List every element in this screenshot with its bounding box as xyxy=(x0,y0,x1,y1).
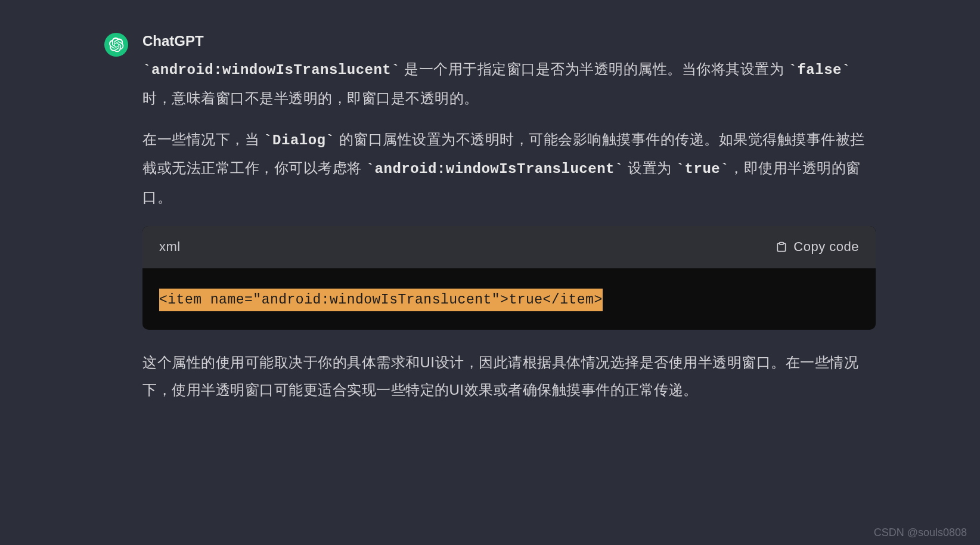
message-body: `android:windowIsTranslucent` 是一个用于指定窗口是… xyxy=(142,55,876,404)
code-header: xml Copy code xyxy=(142,226,876,268)
code-block: xml Copy code <item name="android:window… xyxy=(142,226,876,330)
paragraph-1: `android:windowIsTranslucent` 是一个用于指定窗口是… xyxy=(142,55,876,113)
copy-code-label: Copy code xyxy=(793,234,859,260)
watermark: CSDN @souls0808 xyxy=(874,527,967,539)
inline-code: `true` xyxy=(676,161,729,177)
assistant-message: ChatGPT `android:windowIsTranslucent` 是一… xyxy=(0,0,980,404)
paragraph-3: 这个属性的使用可能取决于你的具体需求和UI设计，因此请根据具体情况选择是否使用半… xyxy=(142,349,876,405)
assistant-avatar xyxy=(104,33,128,57)
text-segment: 设置为 xyxy=(624,160,676,176)
text-segment: 时，意味着窗口不是半透明的，即窗口是不透明的。 xyxy=(142,90,479,106)
inline-code: `android:windowIsTranslucent` xyxy=(142,62,400,78)
inline-code: `android:windowIsTranslucent` xyxy=(366,161,624,177)
code-body[interactable]: <item name="android:windowIsTranslucent"… xyxy=(142,268,876,330)
svg-rect-0 xyxy=(780,243,784,244)
text-segment: 是一个用于指定窗口是否为半透明的属性。当你将其设置为 xyxy=(400,61,788,77)
inline-code: `Dialog` xyxy=(263,132,334,148)
openai-logo-icon xyxy=(108,37,124,52)
text-segment: 在一些情况下，当 xyxy=(142,131,263,147)
message-content: ChatGPT `android:windowIsTranslucent` 是一… xyxy=(142,33,876,404)
clipboard-icon xyxy=(776,240,787,253)
author-name: ChatGPT xyxy=(142,33,876,49)
code-language-label: xml xyxy=(159,234,181,260)
copy-code-button[interactable]: Copy code xyxy=(776,234,859,260)
paragraph-2: 在一些情况下，当 `Dialog` 的窗口属性设置为不透明时，可能会影响触摸事件… xyxy=(142,126,876,212)
inline-code: `false` xyxy=(789,62,851,78)
avatar-column xyxy=(104,33,128,404)
code-content: <item name="android:windowIsTranslucent"… xyxy=(159,289,603,312)
